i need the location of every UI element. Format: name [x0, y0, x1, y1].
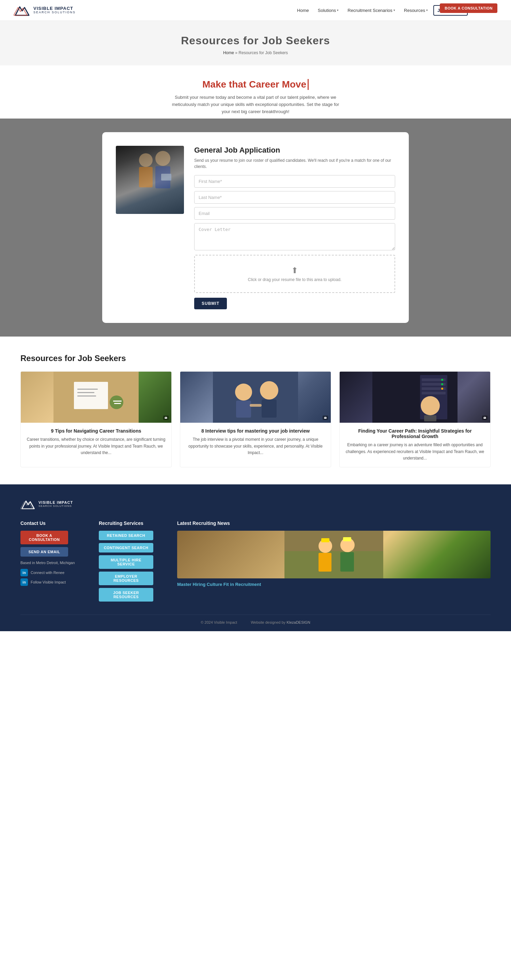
chevron-down-icon: ▾ [393, 8, 395, 12]
card-3-text: Embarking on a career journey is an adve… [345, 442, 485, 461]
svg-rect-15 [213, 372, 298, 423]
card-1[interactable]: 🏔 9 Tips for Navigating Career Transitio… [21, 371, 172, 467]
footer-visible-label: Follow Visible Impact [31, 580, 66, 584]
footer-logo-subtitle: SEARCH SOLUTIONS [38, 504, 73, 508]
nav-recruitment[interactable]: Recruitment Scenarios ▾ [344, 6, 399, 15]
footer-logo-icon [21, 498, 36, 510]
submit-button[interactable]: SUBMIT [194, 298, 227, 309]
writing-illustration [21, 372, 171, 423]
footer-social-renee[interactable]: in Connect with Renee [21, 569, 89, 576]
footer-logo-text: VISIBLE IMPACT SEARCH SOLUTIONS [38, 500, 73, 508]
footer-logo[interactable]: VISIBLE IMPACT SEARCH SOLUTIONS [21, 498, 490, 510]
footer-email-button[interactable]: SEND AN EMAIL [21, 547, 68, 557]
svg-rect-31 [424, 415, 436, 422]
card-1-text: Career transitions, whether by choice or… [26, 436, 166, 456]
logo[interactable]: VISIBLE IMPACT SEARCH SOLUTIONS [14, 3, 76, 17]
form-right: General Job Application Send us your res… [194, 146, 395, 309]
last-name-input[interactable] [194, 191, 395, 204]
cover-letter-input[interactable] [194, 223, 395, 250]
designer-link[interactable]: KlezaDESIGN [287, 620, 310, 624]
job-seeker-resources-button[interactable]: JOB SEEKER RESOURCES [99, 588, 153, 601]
logo-icon [14, 3, 31, 17]
linkedin-icon: in [21, 569, 28, 576]
upload-text: Click or drag your resume file to this a… [205, 277, 384, 282]
card-1-title: 9 Tips for Navigating Career Transitions [26, 428, 166, 434]
form-image [116, 146, 184, 214]
footer-recruiting-col: Recruiting Services RETAINED SEARCH CONT… [99, 520, 167, 604]
breadcrumb-separator: » [235, 51, 237, 55]
resources-section: Resources for Job Seekers 🏔 9 Tips for N… [0, 337, 511, 484]
email-input[interactable] [194, 207, 395, 220]
footer-bottom: © 2024 Visible Impact Website designed b… [21, 614, 490, 624]
svg-point-16 [235, 383, 252, 401]
svg-rect-19 [262, 399, 277, 418]
footer-book-button[interactable]: BOOK A CONSULTATION [21, 531, 68, 544]
file-upload-area[interactable]: ⬆ Click or drag your resume file to this… [194, 255, 395, 293]
form-title: General Job Application [194, 146, 395, 155]
card-2-body: 8 Interview tips for mastering your job … [180, 423, 331, 461]
footer-news-col: Latest Recruiting News Master Hiring Cul… [177, 520, 490, 604]
contingent-search-button[interactable]: CONTINGENT SEARCH [99, 543, 153, 552]
card-3-title: Finding Your Career Path: Insightful Str… [345, 428, 485, 439]
card-3-image: 🏔 [340, 372, 490, 423]
form-card: General Job Application Send us your res… [102, 132, 409, 323]
watermark-1: 🏔 [163, 415, 169, 420]
card-2[interactable]: 🏔 8 Interview tips for mastering your jo… [180, 371, 331, 467]
footer: VISIBLE IMPACT SEARCH SOLUTIONS Contact … [0, 484, 511, 631]
upload-icon: ⬆ [205, 266, 384, 275]
career-move-title: Make that Career Move [202, 79, 309, 90]
logo-title: VISIBLE IMPACT [33, 6, 76, 11]
multiple-hire-button[interactable]: MULTIPLE HIRE SERVICE [99, 555, 153, 569]
hero-title: Resources for Job Seekers [7, 34, 504, 47]
first-name-input[interactable] [194, 175, 395, 188]
svg-point-28 [441, 383, 443, 385]
svg-rect-3 [139, 167, 153, 187]
career-move-section: Make that Career Move Submit your resume… [0, 65, 511, 119]
designer-credit: Website designed by KlezaDESIGN [251, 620, 310, 624]
svg-point-29 [441, 388, 443, 390]
cards-grid: 🏔 9 Tips for Navigating Career Transitio… [21, 371, 490, 467]
form-section: General Job Application Send us your res… [0, 119, 511, 337]
breadcrumb-home[interactable]: Home [223, 51, 234, 55]
footer-contact-title: Contact Us [21, 520, 89, 526]
breadcrumb-current: Resources for Job Seekers [239, 51, 288, 55]
svg-point-2 [139, 153, 153, 167]
svg-rect-11 [77, 396, 96, 396]
header: VISIBLE IMPACT SEARCH SOLUTIONS Home Sol… [0, 0, 511, 21]
nav-resources[interactable]: Resources ▾ [401, 6, 431, 15]
chevron-down-icon: ▾ [337, 8, 339, 12]
footer-social-visible[interactable]: in Follow Visible Impact [21, 578, 89, 586]
employer-resources-button[interactable]: EMPLOYER RESOURCES [99, 571, 153, 585]
svg-rect-10 [77, 392, 94, 393]
nav-solutions[interactable]: Solutions ▾ [314, 6, 342, 15]
logo-text: VISIBLE IMPACT SEARCH SOLUTIONS [33, 6, 76, 14]
card-3[interactable]: 🏔 Finding Your Career Path: Insightful S… [339, 371, 490, 467]
footer-location: Based in Metro Detroit, Michigan [21, 561, 89, 565]
card-3-body: Finding Your Career Path: Insightful Str… [340, 423, 490, 467]
svg-rect-13 [113, 401, 122, 402]
footer-contact-col: Contact Us BOOK A CONSULTATION SEND AN E… [21, 520, 89, 604]
watermark-2: 🏔 [323, 415, 328, 420]
svg-point-4 [155, 151, 170, 166]
svg-point-27 [441, 379, 443, 381]
server-illustration [340, 372, 490, 423]
linkedin-icon-2: in [21, 578, 28, 586]
svg-rect-20 [250, 404, 262, 407]
footer-columns: Contact Us BOOK A CONSULTATION SEND AN E… [21, 520, 490, 604]
retained-search-button[interactable]: RETAINED SEARCH [99, 531, 153, 540]
logo-subtitle: SEARCH SOLUTIONS [33, 11, 76, 14]
card-2-image: 🏔 [180, 372, 331, 423]
svg-rect-17 [236, 401, 251, 418]
footer-news-article-title[interactable]: Master Hiring Culture Fit in Recruitment [177, 582, 490, 587]
card-1-image: 🏔 [21, 372, 171, 423]
watermark-3: 🏔 [482, 415, 487, 420]
footer-news-title: Latest Recruiting News [177, 520, 490, 526]
footer-renee-label: Connect with Renee [31, 571, 64, 575]
svg-rect-38 [321, 538, 330, 542]
svg-rect-26 [422, 392, 446, 395]
svg-rect-37 [318, 553, 331, 571]
nav-home[interactable]: Home [294, 6, 312, 15]
svg-point-18 [260, 381, 278, 399]
svg-rect-6 [161, 174, 171, 181]
header-book-consultation-button[interactable]: BOOK A CONSULTATION [440, 3, 497, 13]
